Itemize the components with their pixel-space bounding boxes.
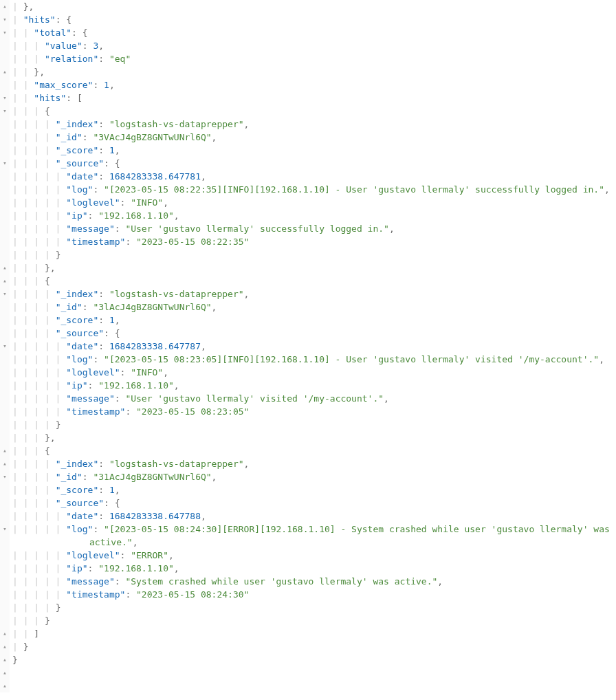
fold-toggle-icon[interactable]: ▾ (0, 91, 10, 105)
token-punct: : (93, 80, 104, 90)
code-line: } (12, 653, 616, 666)
token-key: "hits" (34, 93, 66, 103)
code-line: | | ] (12, 627, 616, 640)
fold-toggle-icon[interactable]: ▴ (0, 274, 10, 287)
token-punct: : (88, 210, 99, 221)
token-key: "relation" (45, 54, 98, 64)
token-key: "value" (45, 41, 82, 51)
gutter-blank (0, 510, 10, 523)
token-punct: : (125, 406, 136, 417)
code-line: | | "hits": [ (12, 91, 616, 105)
gutter-blank (0, 418, 10, 431)
code-line: | }, (12, 0, 616, 13)
indent-guide: | | | | | (12, 237, 66, 247)
code-line: | | | | | "timestamp": "2023-05-15 08:22… (12, 235, 616, 248)
fold-toggle-icon[interactable]: ▴ (0, 457, 10, 470)
code-line: | | | | | "ip": "192.168.1.10", (12, 379, 616, 392)
token-key: "timestamp" (66, 237, 125, 247)
indent-guide: | | | | | (12, 171, 66, 182)
token-string: "logstash-vs-dataprepper" (109, 459, 244, 469)
code-line: | | | | "_index": "logstash-vs-dataprepp… (12, 287, 616, 300)
fold-toggle-icon[interactable]: ▾ (0, 523, 10, 536)
indent-guide: | | | | | (12, 341, 66, 351)
fold-toggle-icon[interactable]: ▾ (0, 157, 10, 170)
fold-toggle-icon[interactable]: ▴ (0, 666, 10, 679)
token-punct: , (201, 341, 206, 351)
fold-toggle-icon[interactable]: ▾ (0, 470, 10, 483)
indent-guide: | | | (12, 54, 45, 64)
token-number: 1 (104, 80, 109, 90)
token-key: "_source" (56, 498, 104, 508)
indent-guide: | | | | | (12, 367, 66, 378)
fold-toggle-icon[interactable]: ▴ (0, 65, 10, 78)
indent-guide: | | | | | (12, 393, 66, 404)
token-punct: , (115, 145, 120, 155)
fold-toggle-icon[interactable]: ▴ (0, 0, 10, 13)
token-string: "User 'gustavo llermaly' successfully lo… (125, 223, 389, 234)
indent-guide: | | | | (12, 315, 56, 325)
indent-guide: | | | | | (12, 524, 66, 534)
fold-toggle-icon[interactable]: ▴ (0, 627, 10, 640)
fold-toggle-icon[interactable]: ▾ (0, 287, 10, 300)
token-punct: : (120, 550, 131, 560)
code-line: | | | | "_source": { (12, 327, 616, 340)
code-line: | | | | | "message": "User 'gustavo ller… (12, 392, 616, 405)
token-punct: , (174, 563, 179, 573)
code-line: | | | | "_source": { (12, 496, 616, 510)
token-punct: : (125, 589, 136, 600)
token-string: "192.168.1.10" (98, 563, 174, 573)
indent-guide: | | | | | (12, 210, 66, 221)
fold-toggle-icon[interactable]: ▴ (0, 653, 10, 666)
indent-guide: | (12, 642, 23, 652)
token-punct: , (133, 537, 138, 547)
indent-guide: | | | (12, 615, 45, 626)
gutter-blank (0, 222, 10, 235)
token-punct: , (604, 184, 610, 195)
token-punct: , (244, 119, 250, 129)
indent-guide: | | (12, 628, 34, 639)
token-punct: : (98, 145, 109, 155)
token-punct: , (437, 576, 443, 587)
json-viewer: ▴▾▾▴▾▾▾▴▴▾▾▴▴▾▾▴▴▴▴▴ | },| "hits": {| | … (0, 0, 616, 692)
token-punct: , (212, 132, 217, 142)
token-punct: : (115, 393, 126, 404)
token-punct: : (115, 223, 126, 234)
token-punct: : (98, 315, 109, 325)
token-punct: : (98, 54, 109, 64)
token-punct: : (98, 485, 109, 495)
fold-toggle-icon[interactable]: ▴ (0, 261, 10, 274)
indent-guide: | | | | | (12, 406, 66, 417)
token-key: "_source" (56, 328, 104, 338)
token-number: 1684283338.647781 (109, 171, 201, 182)
token-punct: , (244, 459, 250, 469)
token-punct: : (98, 511, 109, 521)
token-punct: : (120, 197, 131, 208)
fold-toggle-icon[interactable]: ▾ (0, 105, 10, 118)
token-punct: , (212, 472, 217, 482)
indent-guide: | | | (12, 446, 45, 456)
code-line: | | | "value": 3, (12, 39, 616, 52)
code-line: | | | | "_id": "3lAcJ4gBZ8GNTwUNrl6Q", (12, 300, 616, 314)
fold-toggle-icon[interactable]: ▾ (0, 26, 10, 39)
code-line: | | | | | "loglevel": "ERROR", (12, 549, 616, 562)
indent-guide: | | | | (12, 498, 56, 508)
token-number: 1684283338.647787 (109, 341, 201, 351)
token-punct: : (93, 524, 104, 534)
gutter-blank (0, 614, 10, 627)
fold-toggle-icon[interactable]: ▴ (0, 444, 10, 457)
token-key: "total" (34, 28, 72, 38)
fold-toggle-icon[interactable]: ▾ (0, 340, 10, 353)
indent-guide: | | | | (12, 485, 56, 495)
gutter-blank (0, 496, 10, 510)
token-punct: , (201, 511, 206, 521)
fold-toggle-icon[interactable]: ▴ (0, 679, 10, 692)
token-key: "message" (66, 223, 114, 234)
token-number: 1 (109, 145, 115, 155)
token-punct: , (98, 41, 104, 51)
fold-toggle-icon[interactable]: ▾ (0, 13, 10, 26)
gutter-blank (0, 39, 10, 52)
token-punct: : (120, 367, 131, 378)
token-number: 1 (109, 485, 115, 495)
gutter-blank (0, 483, 10, 496)
fold-toggle-icon[interactable]: ▴ (0, 640, 10, 653)
